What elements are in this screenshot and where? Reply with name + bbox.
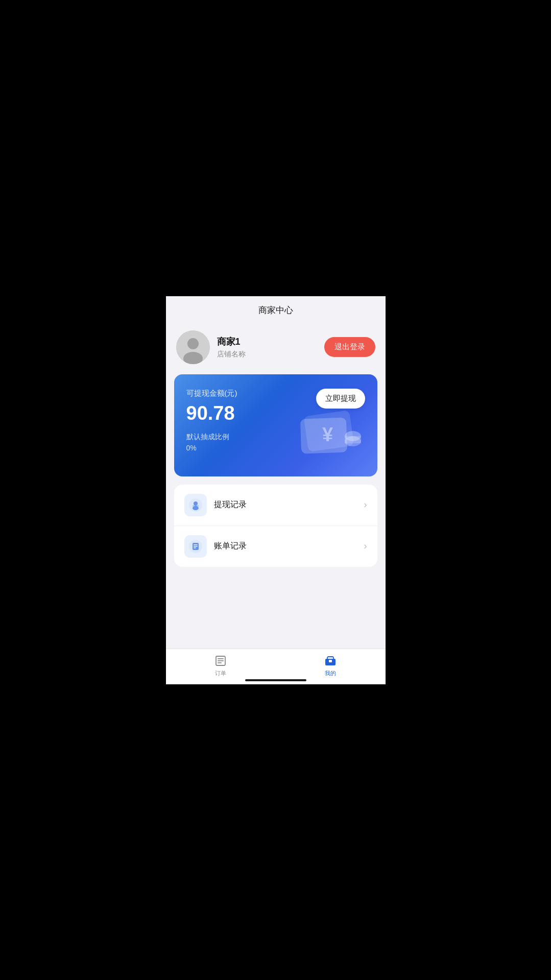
- page-title: 商家中心: [258, 305, 293, 315]
- menu-item-left-bill: 账单记录: [184, 535, 247, 558]
- svg-rect-19: [218, 658, 224, 659]
- svg-rect-17: [194, 547, 196, 548]
- withdrawal-record-label: 提现记录: [214, 499, 247, 510]
- bottom-nav: 订单 我的: [166, 649, 386, 684]
- orders-nav-label: 订单: [215, 670, 226, 677]
- menu-item-withdrawal-record[interactable]: 提现记录 ›: [174, 485, 377, 526]
- profile-name: 商家1: [217, 336, 246, 348]
- profile-section: 商家1 店铺名称 退出登录: [166, 322, 386, 374]
- menu-item-left-withdrawal: 提现记录: [184, 494, 247, 516]
- avatar: [176, 330, 210, 364]
- mine-nav-label: 我的: [325, 670, 336, 677]
- svg-point-1: [187, 338, 199, 349]
- profile-store: 店铺名称: [217, 350, 246, 359]
- svg-rect-16: [194, 546, 198, 547]
- logout-button[interactable]: 退出登录: [324, 337, 375, 357]
- mine-icon: [324, 654, 337, 667]
- home-indicator: [245, 679, 306, 681]
- svg-rect-15: [194, 544, 198, 545]
- withdrawal-record-icon: [189, 498, 202, 512]
- nav-item-orders[interactable]: 订单: [166, 654, 276, 677]
- bill-record-icon-wrap: [184, 535, 207, 558]
- withdrawal-record-chevron: ›: [364, 499, 367, 510]
- commission-value: 0%: [186, 444, 365, 452]
- bill-record-icon: [189, 540, 202, 553]
- content-area: 商家1 店铺名称 退出登录 可提现金额(元) 90.78 默认抽成比例 0% 立…: [166, 322, 386, 684]
- bill-record-label: 账单记录: [214, 541, 247, 552]
- bill-record-chevron: ›: [364, 541, 367, 552]
- nav-item-mine[interactable]: 我的: [276, 654, 386, 677]
- svg-point-11: [193, 506, 199, 510]
- svg-rect-20: [218, 660, 224, 661]
- commission-label: 默认抽成比例: [186, 433, 365, 442]
- menu-item-bill-record[interactable]: 账单记录 ›: [174, 526, 377, 567]
- svg-rect-21: [218, 662, 222, 663]
- orders-icon: [214, 654, 227, 667]
- menu-card: 提现记录 › 账单记录: [174, 485, 377, 567]
- withdrawal-record-icon-wrap: [184, 494, 207, 516]
- svg-rect-24: [329, 660, 332, 662]
- svg-rect-12: [193, 506, 199, 507]
- profile-info: 商家1 店铺名称: [217, 336, 246, 359]
- profile-left: 商家1 店铺名称: [176, 330, 246, 364]
- page-header: 商家中心: [166, 296, 386, 322]
- svg-point-10: [194, 501, 198, 506]
- balance-card: 可提现金额(元) 90.78 默认抽成比例 0% 立即提现 ¥: [174, 374, 377, 476]
- withdraw-button[interactable]: 立即提现: [316, 389, 365, 409]
